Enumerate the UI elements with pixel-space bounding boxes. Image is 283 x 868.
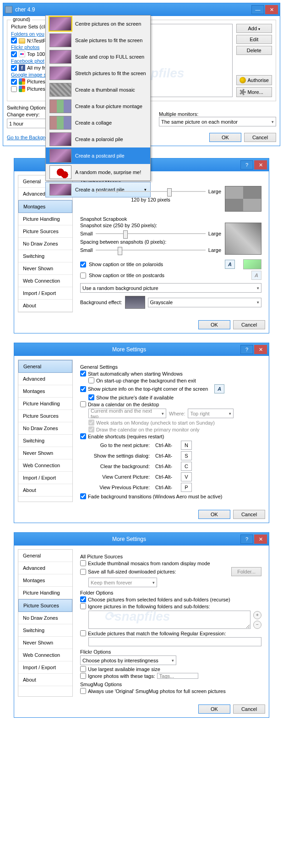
tab-import[interactable]: Import / Export: [18, 472, 72, 484]
menu-item-random[interactable]: A random mode, surprise me!: [46, 164, 150, 180]
tab-switching[interactable]: Switching: [18, 435, 72, 447]
sc-next-key[interactable]: [181, 441, 192, 450]
cancel-button[interactable]: Cancel: [233, 510, 265, 519]
caption-postcards-check[interactable]: [80, 273, 86, 278]
sc-settings-key[interactable]: [181, 451, 192, 460]
regex-input[interactable]: [88, 637, 261, 646]
tab-no-draw[interactable]: No Draw Zones: [18, 612, 72, 624]
ok-button[interactable]: OK: [198, 510, 230, 519]
edit-button[interactable]: Edit: [236, 35, 272, 44]
g-check-1[interactable]: [11, 79, 17, 85]
cancel-button[interactable]: Cancel: [233, 704, 265, 714]
tab-picture-sources[interactable]: Picture Sources: [18, 410, 72, 422]
tab-advanced[interactable]: Advanced: [18, 373, 72, 385]
help-button[interactable]: ?: [240, 535, 253, 544]
largest-check[interactable]: [80, 666, 86, 672]
caption-polaroids-check[interactable]: [80, 262, 86, 267]
tab-about[interactable]: About: [18, 484, 72, 497]
draw-cal-check[interactable]: [80, 401, 86, 407]
ok-button[interactable]: OK: [198, 320, 230, 329]
sc-prev-key[interactable]: [181, 483, 192, 492]
add-folder-button[interactable]: +: [253, 611, 261, 619]
tab-about[interactable]: About: [18, 674, 72, 686]
exclude-mosaics-check[interactable]: [80, 560, 86, 566]
tab-montages[interactable]: Montages: [18, 200, 72, 213]
sc-clear-key[interactable]: [181, 462, 192, 471]
menu-item-centre[interactable]: Centre pictures on the screen: [46, 16, 150, 32]
ignore-folders-textarea[interactable]: [88, 611, 250, 629]
tab-picture-handling[interactable]: Picture Handling: [18, 587, 72, 599]
color-button[interactable]: [243, 259, 261, 269]
startup-change-check[interactable]: [88, 377, 94, 383]
ignore-folders-check[interactable]: [80, 603, 86, 609]
tab-montages[interactable]: Montages: [18, 574, 72, 587]
tab-never-shown[interactable]: Never Shown: [18, 447, 72, 459]
spacing-slider[interactable]: [96, 246, 206, 255]
tab-web[interactable]: Web Connection: [18, 275, 72, 287]
show-info-check[interactable]: [80, 386, 86, 392]
fb-check[interactable]: [11, 65, 17, 71]
g-check-2[interactable]: [11, 86, 17, 92]
menu-item-collage[interactable]: Create a collage: [46, 115, 150, 131]
tab-import[interactable]: Import / Export: [18, 287, 72, 300]
help-button[interactable]: ?: [240, 345, 253, 354]
recurse-check[interactable]: [80, 596, 86, 602]
tab-general[interactable]: General: [18, 550, 72, 562]
tab-picture-sources[interactable]: Picture Sources: [18, 225, 72, 238]
tab-no-draw[interactable]: No Draw Zones: [18, 422, 72, 435]
cancel-button[interactable]: Cancel: [244, 133, 276, 142]
tab-picture-handling[interactable]: Picture Handling: [18, 213, 72, 225]
tab-switching[interactable]: Switching: [18, 624, 72, 637]
more-button[interactable]: More...: [236, 87, 272, 97]
font-button[interactable]: A: [214, 384, 224, 393]
show-date-check[interactable]: [88, 394, 94, 400]
shortcuts-check[interactable]: [80, 433, 86, 439]
help-button[interactable]: ?: [240, 160, 253, 169]
smugmug-check[interactable]: [80, 688, 86, 694]
cancel-button[interactable]: Cancel: [233, 320, 265, 329]
close-button[interactable]: ✕: [254, 160, 267, 169]
monitors-dropdown[interactable]: The same picture on each monitor: [159, 117, 276, 126]
mosaic-slider[interactable]: [96, 187, 206, 196]
tab-switching[interactable]: Switching: [18, 250, 72, 262]
font-button[interactable]: A: [225, 260, 235, 269]
effect-dropdown[interactable]: Grayscale: [148, 298, 261, 307]
menu-item-stretch[interactable]: Stretch pictures to fit the screen: [46, 65, 150, 82]
menu-item-crop[interactable]: Scale and crop to FULL screen: [46, 49, 150, 65]
tab-no-draw[interactable]: No Draw Zones: [18, 238, 72, 250]
menu-item-four[interactable]: Create a four-picture montage: [46, 98, 150, 115]
tab-general[interactable]: General: [18, 360, 72, 373]
close-button[interactable]: ✕: [254, 345, 267, 354]
tab-import[interactable]: Import / Export: [18, 661, 72, 674]
menu-item-scale[interactable]: Scale pictures to fit the screen: [46, 32, 150, 49]
tab-picture-handling[interactable]: Picture Handling: [18, 398, 72, 410]
snapshot-slider[interactable]: [96, 229, 206, 238]
authorise-button[interactable]: Authorise: [236, 75, 272, 85]
save-full-check[interactable]: [80, 569, 86, 575]
ok-button[interactable]: OK: [198, 704, 230, 714]
folders-check[interactable]: [11, 38, 17, 44]
interestingness-dropdown[interactable]: Choose photos by interestingness: [80, 655, 176, 665]
tab-advanced[interactable]: Advanced: [18, 562, 72, 574]
add-button[interactable]: Add ▾: [236, 24, 272, 33]
remove-folder-button[interactable]: −: [253, 621, 261, 629]
tab-web[interactable]: Web Connection: [18, 459, 72, 472]
menu-item-postcard[interactable]: Create a postcard pile: [46, 147, 150, 164]
close-button[interactable]: ✕: [254, 535, 267, 544]
menu-item-mosaic[interactable]: Create a thumbnail mosaic: [46, 82, 150, 98]
flickr-check[interactable]: [11, 51, 17, 57]
fade-check[interactable]: [80, 493, 86, 499]
tab-never-shown[interactable]: Never Shown: [18, 637, 72, 649]
ok-button[interactable]: OK: [209, 133, 241, 142]
sc-view-key[interactable]: [181, 472, 192, 481]
close-button[interactable]: ✕: [265, 5, 278, 14]
tab-montages[interactable]: Montages: [18, 385, 72, 398]
tab-picture-sources[interactable]: Picture Sources: [18, 599, 72, 612]
menu-item-polaroid[interactable]: Create a polaroid pile: [46, 131, 150, 147]
regex-check[interactable]: [80, 630, 86, 636]
start-auto-check[interactable]: [80, 371, 86, 377]
tab-never-shown[interactable]: Never Shown: [18, 262, 72, 275]
ignore-tags-check[interactable]: [80, 673, 86, 679]
random-bg-dropdown[interactable]: Use a random background picture: [80, 283, 261, 293]
minimize-button[interactable]: —: [251, 5, 264, 14]
